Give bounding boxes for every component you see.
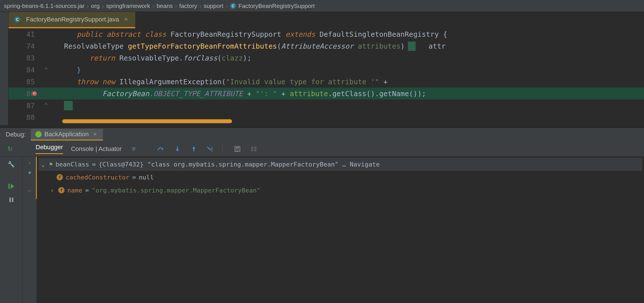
class-icon: [230, 3, 236, 9]
variable-row[interactable]: cachedConstructor = null: [37, 171, 644, 184]
equals: =: [132, 174, 136, 181]
code-line: throw new IllegalArgumentException("Inva…: [51, 78, 388, 86]
breadcrumb-item[interactable]: FactoryBeanRegistrySupport: [228, 3, 317, 9]
debug-label: Debug:: [6, 131, 26, 138]
line-number: 74: [8, 42, 41, 50]
chevron-right-icon: ›: [101, 3, 104, 9]
variable-value: null: [139, 174, 154, 181]
code-line: [51, 101, 73, 110]
breadcrumb-item[interactable]: spring-beans-6.1.1-sources.jar: [2, 3, 86, 9]
variable-name: cachedConstructor: [66, 174, 129, 181]
show-execution-point-icon[interactable]: ≡: [130, 145, 138, 153]
variable-row[interactable]: › name = "org.mybatis.spring.mapper.Mapp…: [37, 184, 644, 197]
step-into-icon[interactable]: [173, 145, 182, 153]
variable-name: beanClass: [55, 161, 89, 168]
variable-name: name: [67, 187, 82, 194]
tab-console[interactable]: Console | Actuator: [71, 145, 122, 153]
svg-point-5: [236, 149, 237, 150]
breadcrumb-item[interactable]: beans: [155, 3, 174, 9]
breadcrumb-item[interactable]: springframework: [104, 3, 152, 9]
chevron-right-icon: ›: [225, 3, 228, 9]
debug-header: Debug: BackApplication ×: [0, 128, 644, 141]
trace-current-stream-icon[interactable]: [250, 145, 258, 153]
spring-boot-icon: [35, 131, 42, 137]
line-number: 88: [8, 113, 41, 122]
back-icon[interactable]: ←: [27, 188, 32, 194]
breadcrumb-class-name: FactoryBeanRegistrySupport: [239, 3, 315, 9]
variables-view[interactable]: ⌄ ⚑ beanClass = {Class@7432} "class org.…: [37, 157, 644, 303]
fold-icon[interactable]: ⌃: [41, 101, 51, 110]
code-editor[interactable]: 41 public abstract class FactoryBeanRegi…: [8, 28, 644, 127]
debug-panel: Debug: BackApplication × ↻ Debugger Cons…: [0, 127, 644, 303]
chevron-right-icon[interactable]: ›: [29, 159, 31, 166]
expand-icon[interactable]: ⌄: [40, 161, 46, 168]
step-out-icon[interactable]: [190, 145, 198, 153]
chevron-right-icon: ›: [86, 3, 89, 9]
run-to-cursor-icon[interactable]: [206, 145, 214, 153]
svg-rect-4: [236, 147, 239, 148]
svg-rect-17: [9, 198, 11, 202]
variable-value: "org.mybatis.spring.mapper.MapperFactory…: [92, 187, 260, 194]
fold-icon[interactable]: ⌃: [41, 66, 51, 74]
chevron-right-icon: ›: [152, 3, 155, 9]
horizontal-scrollbar[interactable]: [62, 119, 232, 123]
svg-rect-18: [12, 198, 13, 202]
line-number: 84: [8, 66, 41, 74]
pause-program-icon[interactable]: [7, 196, 16, 204]
svg-rect-16: [8, 184, 10, 189]
chevron-down-icon[interactable]: ▾: [28, 169, 31, 176]
flag-icon[interactable]: ⚑: [49, 161, 53, 168]
close-icon[interactable]: ×: [92, 131, 99, 138]
breadcrumb-item[interactable]: factory: [178, 3, 199, 9]
chevron-right-icon: ›: [175, 3, 178, 9]
line-number: 41: [8, 30, 41, 38]
debug-run-name: BackApplication: [44, 131, 89, 138]
field-icon: [58, 187, 65, 193]
field-icon: [57, 174, 63, 180]
equals: =: [92, 161, 96, 168]
breadcrumb: spring-beans-6.1.1-sources.jar › org › s…: [0, 0, 644, 12]
breadcrumb-item[interactable]: support: [202, 3, 225, 9]
debug-toolbar: ↻ Debugger Console | Actuator ≡: [0, 141, 644, 157]
line-number: 86: [8, 90, 41, 98]
line-number: 83: [8, 54, 41, 62]
debug-run-tab[interactable]: BackApplication ×: [31, 129, 103, 140]
line-number: 85: [8, 78, 41, 86]
code-line: return ResolvableType.forClass(clazz);: [51, 54, 251, 62]
breadcrumb-item[interactable]: org: [89, 3, 101, 9]
line-number: 87: [8, 101, 41, 110]
breakpoint-icon[interactable]: [32, 91, 37, 96]
settings-icon[interactable]: 🔧: [7, 160, 16, 168]
class-icon: [14, 16, 20, 23]
resume-program-icon[interactable]: [7, 182, 16, 191]
equals: =: [85, 187, 89, 194]
svg-point-9: [237, 150, 238, 151]
svg-point-8: [236, 150, 237, 151]
tab-debugger[interactable]: Debugger: [36, 144, 63, 154]
evaluate-expression-icon[interactable]: [233, 145, 242, 153]
step-over-icon[interactable]: [157, 145, 165, 153]
left-tool-strip: [0, 12, 8, 125]
code-line: }: [51, 66, 81, 74]
expand-icon[interactable]: ›: [49, 187, 55, 194]
variable-row[interactable]: ⌄ ⚑ beanClass = {Class@7432} "class org.…: [38, 158, 642, 171]
rerun-icon[interactable]: ↻: [6, 145, 14, 153]
chevron-right-icon: ›: [199, 3, 202, 9]
code-line-current: FactoryBean.OBJECT_TYPE_ATTRIBUTE + "': …: [51, 90, 426, 98]
svg-point-7: [238, 149, 239, 150]
svg-point-6: [237, 149, 238, 150]
debug-side-toolbar: 🔧: [0, 157, 23, 303]
code-line: ResolvableType getTypeForFactoryBeanFrom…: [51, 42, 446, 50]
debug-body: 🔧 › ▾ ← ⌄ ⚑ beanClass = {Class@7432} "cl…: [0, 157, 644, 303]
variable-value: {Class@7432} "class org.mybatis.spring.m…: [99, 161, 380, 168]
